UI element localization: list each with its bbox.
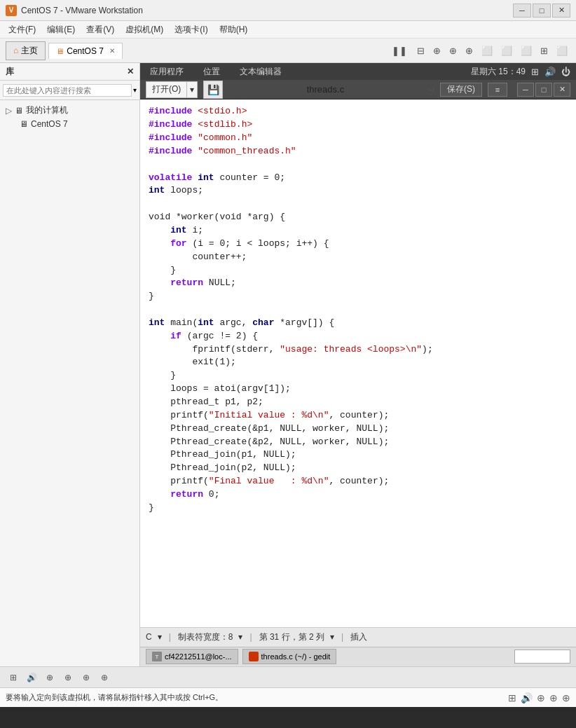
code-line: int main(int argc, char *argv[]) { xyxy=(149,317,568,330)
bottom-right-icons: ⊞ 🔊 ⊕ ⊕ ⊕ xyxy=(508,692,570,703)
centos-menu-apps[interactable]: 应用程序 xyxy=(146,64,188,79)
vm-ctrl-icon-2[interactable]: 🔊 xyxy=(24,670,39,685)
code-line xyxy=(149,158,568,172)
toolbar-icon-3[interactable]: ⊕ xyxy=(446,46,460,56)
terminal-taskbar-item[interactable]: T cf42212511@loc-... xyxy=(146,649,238,664)
vm-toolbar: ⌂ 主页 🖥 CentOS 7 ✕ ❚❚ ⊟ ⊕ ⊕ ⊕ ⬜ ⬜ ⬜ ⊞ ⬜ xyxy=(0,39,576,63)
tab-home-label: 主页 xyxy=(21,45,38,57)
status-sep-2: | xyxy=(249,632,252,642)
centos-menu-places[interactable]: 位置 xyxy=(199,64,224,79)
vm-ctrl-icon-3[interactable]: ⊕ xyxy=(42,670,57,685)
tab-close-icon[interactable]: ✕ xyxy=(109,47,115,55)
toolbar-icon-4[interactable]: ⊕ xyxy=(462,46,476,56)
vm-ctrl-icon-1[interactable]: ⊞ xyxy=(6,670,21,685)
bottom-icon-4: ⊕ xyxy=(549,692,558,703)
code-line xyxy=(149,303,568,317)
gedit-close-button[interactable]: ✕ xyxy=(554,83,570,97)
toolbar-icon-6[interactable]: ⬜ xyxy=(498,46,515,56)
code-line: counter++; xyxy=(149,251,568,264)
tab-home[interactable]: ⌂ 主页 xyxy=(6,41,46,60)
tree-item-centos[interactable]: 🖥 CentOS 7 xyxy=(17,118,137,130)
gedit-open-label: 打开(O) xyxy=(146,82,187,97)
minimize-button[interactable]: ─ xyxy=(513,4,531,18)
gedit-minimize-button[interactable]: ─ xyxy=(517,83,534,97)
toolbar-icon-9[interactable]: ⬜ xyxy=(554,46,570,56)
tree-child-label: CentOS 7 xyxy=(31,119,68,129)
code-line: int loops; xyxy=(149,184,568,198)
centos-time: 星期六 15：49 xyxy=(471,66,526,78)
expand-icon: ▷ xyxy=(6,106,12,116)
bottom-icon-3: ⊕ xyxy=(537,692,545,703)
gedit-open-button[interactable]: 打开(O) ▾ xyxy=(146,81,198,98)
vm-ctrl-icon-6[interactable]: ⊕ xyxy=(97,670,112,685)
menu-vm[interactable]: 虚拟机(M) xyxy=(120,22,169,37)
lang-arrow-icon[interactable]: ▾ xyxy=(158,632,162,642)
code-line: loops = atoi(argv[1]); xyxy=(149,383,568,396)
terminal-label: cf42212511@loc-... xyxy=(165,652,232,661)
close-button[interactable]: ✕ xyxy=(552,4,570,18)
code-line: Pthread_join(p2, NULL); xyxy=(149,462,568,475)
pause-button[interactable]: ❚❚ xyxy=(388,46,411,56)
gedit-menu-button[interactable]: ≡ xyxy=(488,83,507,97)
taskbar-input[interactable] xyxy=(514,650,570,664)
search-arrow-icon[interactable]: ▾ xyxy=(133,86,137,94)
gedit-floppy-button[interactable]: 💾 xyxy=(203,81,223,99)
code-line: } xyxy=(149,290,568,303)
centos-topbar: 应用程序 位置 文本编辑器 星期六 15：49 ⊞ 🔊 ⏻ xyxy=(140,63,576,80)
gedit-open-arrow[interactable]: ▾ xyxy=(187,82,197,97)
title-bar-text: CentOS 7 - VMware Workstation xyxy=(21,6,513,15)
menu-edit[interactable]: 编辑(E) xyxy=(41,22,81,37)
tab-centos-label: CentOS 7 xyxy=(67,46,104,56)
gedit-taskbar-item[interactable]: threads.c (~/) - gedit xyxy=(242,649,337,664)
gedit-filename: threads.c xyxy=(228,84,422,95)
vm-screen[interactable]: 应用程序 位置 文本编辑器 星期六 15：49 ⊞ 🔊 ⏻ xyxy=(140,63,576,666)
toolbar-icon-7[interactable]: ⬜ xyxy=(518,46,535,56)
title-bar-buttons: ─ □ ✕ xyxy=(513,4,570,18)
toolbar-icon-2[interactable]: ⊕ xyxy=(430,46,444,56)
code-line: pthread_t p1, p2; xyxy=(149,396,568,409)
vm-ctrl-icon-5[interactable]: ⊕ xyxy=(78,670,94,685)
search-input[interactable] xyxy=(3,84,132,97)
status-sep-3: | xyxy=(341,632,343,642)
menu-file[interactable]: 文件(F) xyxy=(3,22,41,37)
home-icon: ⌂ xyxy=(13,46,18,55)
tree-item-label: 我的计算机 xyxy=(26,104,68,116)
code-line: printf("Final value : %d\n", counter); xyxy=(149,475,568,488)
toolbar-icon-1[interactable]: ⊟ xyxy=(414,46,427,56)
sidebar-close-icon[interactable]: ✕ xyxy=(127,67,134,76)
bottom-icon-5: ⊕ xyxy=(562,692,570,703)
code-line: #include "common.h" xyxy=(149,132,568,145)
gedit-statusbar: C ▾ | 制表符宽度：8 ▾ | 第 31 行，第 2 列 ▾ | 插入 xyxy=(140,627,576,647)
pos-arrow-icon[interactable]: ▾ xyxy=(330,632,334,642)
gedit-save-button[interactable]: 保存(S) xyxy=(440,83,482,97)
sidebar-header: 库 ✕ xyxy=(0,63,139,81)
gedit-maximize-button[interactable]: □ xyxy=(535,83,552,97)
code-line: exit(1); xyxy=(149,356,568,369)
menu-bar: 文件(F) 编辑(E) 查看(V) 虚拟机(M) 选项卡(I) 帮助(H) xyxy=(0,21,576,39)
code-line: void *worker(void *arg) { xyxy=(149,211,568,224)
mode-label: 插入 xyxy=(350,631,367,643)
code-line: Pthread_create(&p2, NULL, worker, NULL); xyxy=(149,436,568,449)
tab-arrow-icon[interactable]: ▾ xyxy=(238,632,242,642)
menu-view[interactable]: 查看(V) xyxy=(81,22,120,37)
sidebar: 库 ✕ ▾ ▷ 🖥 我的计算机 🖥 CentOS 7 xyxy=(0,63,140,666)
centos-menu-editor[interactable]: 文本编辑器 xyxy=(235,64,286,79)
vm-ctrl-icon-4[interactable]: ⊕ xyxy=(60,670,76,685)
code-line: fprintf(stderr, "usage: threads <loops>\… xyxy=(149,343,568,357)
code-editor[interactable]: #include <stdio.h> #include <stdlib.h> #… xyxy=(140,99,576,626)
tree-item-my-computer[interactable]: ▷ 🖥 我的计算机 xyxy=(3,103,137,118)
gedit-titlebar: 打开(O) ▾ 💾 threads.c ~/ 保存(S) ≡ ─ xyxy=(140,80,576,99)
vm-taskbar: T cf42212511@loc-... threads.c (~/) - ge… xyxy=(140,647,576,666)
toolbar-icon-8[interactable]: ⊞ xyxy=(537,46,551,56)
centos-power-icon[interactable]: ⏻ xyxy=(561,67,570,77)
tab-centos[interactable]: 🖥 CentOS 7 ✕ xyxy=(48,43,123,59)
toolbar-icon-5[interactable]: ⬜ xyxy=(479,46,495,56)
menu-help[interactable]: 帮助(H) xyxy=(214,22,254,37)
code-line xyxy=(149,198,568,211)
code-line: volatile int counter = 0; xyxy=(149,172,568,185)
centos-topbar-right: 星期六 15：49 ⊞ 🔊 ⏻ xyxy=(471,66,570,78)
menu-tabs[interactable]: 选项卡(I) xyxy=(169,22,213,37)
code-line: #include <stdlib.h> xyxy=(149,118,568,132)
maximize-button[interactable]: □ xyxy=(533,4,551,18)
centos-network-icon: ⊞ xyxy=(531,67,539,77)
